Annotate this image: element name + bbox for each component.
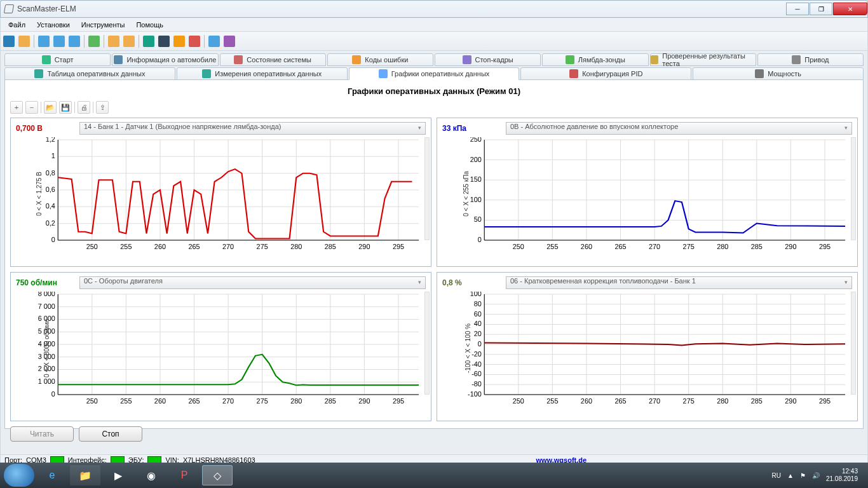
main-toolbar: [0, 32, 868, 51]
task-ie-icon[interactable]: e: [37, 465, 67, 485]
chart-scrollbar[interactable]: [424, 137, 430, 240]
export-icon[interactable]: ⇪: [96, 101, 109, 114]
tab-icon: [34, 69, 43, 78]
toolbar-sep: [93, 102, 93, 113]
close-button[interactable]: ✕: [833, 3, 867, 15]
task-ppt-icon[interactable]: P: [169, 465, 200, 485]
tab-tabrow2-2[interactable]: Графики оперативных данных: [349, 67, 520, 80]
svg-text:260: 260: [581, 398, 592, 405]
toolbar-grid2-icon[interactable]: [53, 36, 65, 47]
tab-tabrow1-2[interactable]: Состояние системы: [220, 53, 326, 66]
add-chart-icon[interactable]: +: [10, 101, 23, 114]
start-button[interactable]: [4, 464, 34, 487]
maximize-button[interactable]: ❐: [810, 3, 832, 15]
titlebar: ScanMaster-ELM ─ ❐ ✕: [0, 0, 868, 18]
toolbar-sep: [204, 35, 205, 48]
tab-tabrow1-6[interactable]: Проверенные результаты теста: [650, 53, 756, 66]
toolbar-doc2-icon[interactable]: [123, 36, 135, 47]
tray-net-icon[interactable]: ⚑: [800, 472, 806, 479]
tab-label: Коды ошибки: [365, 56, 408, 64]
tab-icon: [379, 69, 388, 78]
tab-label: Проверенные результаты теста: [662, 52, 756, 67]
tab-tabrow1-0[interactable]: Старт: [4, 53, 111, 66]
tab-row-2: Таблица оперативных данныхИзмерения опер…: [4, 67, 864, 80]
task-explorer-icon[interactable]: 📁: [70, 465, 100, 485]
lang-indicator[interactable]: RU: [772, 472, 781, 479]
open-icon[interactable]: 📂: [44, 101, 57, 114]
toolbar-user-icon[interactable]: [88, 36, 100, 47]
tab-tabrow2-4[interactable]: Мощность: [693, 67, 864, 80]
task-app-icon[interactable]: ◇: [202, 465, 233, 485]
menu-help[interactable]: Помощь: [131, 20, 168, 30]
tab-icon: [792, 55, 801, 64]
toolbar-sep: [84, 35, 85, 48]
toolbar-globe-icon[interactable]: [18, 36, 30, 47]
tab-tabrow2-3[interactable]: Конфигурация PID: [520, 67, 691, 80]
clock[interactable]: 12:43 21.08.2019: [826, 468, 858, 483]
tray-sound-icon[interactable]: 🔊: [812, 472, 820, 479]
print-icon[interactable]: 🖨: [78, 101, 90, 114]
tab-tabrow2-0[interactable]: Таблица оперативных данных: [4, 67, 175, 80]
tab-label: Графики оперативных данных: [391, 70, 490, 78]
toolbar-grid1-icon[interactable]: [38, 36, 50, 47]
panel-title: Графики оперативных данных (Режим 01): [10, 86, 858, 96]
clock-time: 12:43: [826, 468, 858, 475]
toolbar-disc-icon[interactable]: [3, 36, 15, 47]
read-button[interactable]: Читать: [10, 426, 74, 442]
svg-text:0,4: 0,4: [46, 203, 55, 210]
tab-tabrow1-3[interactable]: Коды ошибки: [327, 53, 433, 66]
svg-text:0: 0: [478, 341, 482, 348]
pid-select[interactable]: 06 - Кратковременная коррекция топливопо…: [506, 276, 852, 289]
svg-text:100: 100: [470, 196, 482, 203]
tab-icon: [755, 69, 764, 78]
svg-text:260: 260: [154, 398, 166, 405]
minimize-button[interactable]: ─: [786, 3, 809, 15]
stop-button[interactable]: Стоп: [79, 426, 142, 442]
tab-tabrow1-7[interactable]: Привод: [757, 53, 864, 66]
tab-tabrow1-1[interactable]: Информация о автомобиле: [112, 53, 218, 66]
toolbar-flag-icon[interactable]: [173, 36, 185, 47]
chart-scrollbar[interactable]: [424, 292, 430, 395]
tab-icon: [566, 55, 574, 64]
pid-select[interactable]: 0C - Обороты двигателя: [79, 276, 426, 289]
svg-text:260: 260: [581, 243, 592, 250]
svg-text:80: 80: [474, 301, 482, 308]
chart-scrollbar[interactable]: [851, 137, 856, 240]
tray-flag-icon[interactable]: ▲: [787, 472, 794, 479]
tab-label: Состояние системы: [247, 56, 311, 64]
svg-text:7 000: 7 000: [38, 303, 55, 310]
window-title: ScanMaster-ELM: [17, 4, 786, 13]
chart-scrollbar[interactable]: [851, 292, 856, 395]
svg-text:-60: -60: [471, 371, 482, 378]
toolbar-search-icon[interactable]: [143, 36, 154, 47]
menu-tools[interactable]: Инструменты: [76, 20, 130, 30]
task-wmp-icon[interactable]: ▶: [103, 465, 133, 485]
toolbar-exit-icon[interactable]: [224, 36, 235, 47]
tab-label: Конфигурация PID: [582, 70, 642, 78]
menu-settings[interactable]: Установки: [32, 20, 75, 30]
toolbar-alert-icon[interactable]: [189, 36, 200, 47]
toolbar-doc1-icon[interactable]: [108, 36, 119, 47]
tab-label: Старт: [55, 56, 74, 64]
menubar: Файл Установки Инструменты Помощь: [0, 18, 868, 32]
pid-select[interactable]: 14 - Банк 1 - Датчик 1 (Выходное напряже…: [79, 122, 426, 135]
save-icon[interactable]: 💾: [59, 101, 72, 114]
svg-text:-80: -80: [471, 381, 482, 388]
toolbar-term-icon[interactable]: [158, 36, 170, 47]
remove-chart-icon[interactable]: −: [25, 101, 38, 114]
toolbar-info-icon[interactable]: [208, 36, 220, 47]
svg-text:295: 295: [393, 398, 404, 405]
tab-tabrow2-1[interactable]: Измерения оперативных данных: [177, 67, 348, 80]
charts-grid: 0,700 В14 - Банк 1 - Датчик 1 (Выходное …: [10, 118, 858, 421]
chart-rpm: 750 об/мин0C - Обороты двигателя0 < X < …: [10, 272, 431, 421]
tab-tabrow1-5[interactable]: Лямбда-зонды: [542, 53, 648, 66]
svg-text:295: 295: [819, 398, 831, 405]
toolbar-sep: [74, 102, 75, 113]
task-chrome-icon[interactable]: ◉: [136, 465, 166, 485]
tab-tabrow1-4[interactable]: Стоп-кадры: [435, 53, 541, 66]
menu-file[interactable]: Файл: [3, 20, 31, 30]
svg-text:285: 285: [325, 243, 336, 250]
toolbar-grid3-icon[interactable]: [69, 36, 80, 47]
svg-text:0,2: 0,2: [46, 220, 55, 227]
pid-select[interactable]: 0B - Абсолютное давление во впускном кол…: [506, 122, 852, 135]
